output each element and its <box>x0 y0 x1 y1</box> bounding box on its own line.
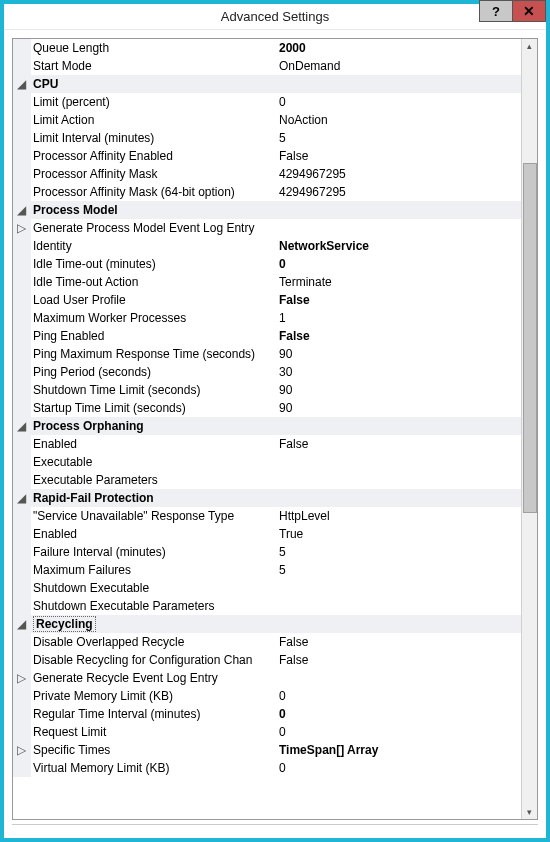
property-row[interactable]: Disable Recycling for Configuration Chan… <box>13 651 521 669</box>
property-value[interactable] <box>277 453 521 471</box>
property-row[interactable]: Processor Affinity EnabledFalse <box>13 147 521 165</box>
property-row[interactable]: Limit ActionNoAction <box>13 111 521 129</box>
property-value[interactable]: 4294967295 <box>277 165 521 183</box>
property-row[interactable]: Processor Affinity Mask (64-bit option)4… <box>13 183 521 201</box>
property-value[interactable]: False <box>277 633 521 651</box>
property-value[interactable] <box>277 219 521 237</box>
property-value[interactable] <box>277 579 521 597</box>
property-value[interactable]: 0 <box>277 759 521 777</box>
property-row[interactable]: Idle Time-out ActionTerminate <box>13 273 521 291</box>
property-row[interactable]: Start ModeOnDemand <box>13 57 521 75</box>
property-value[interactable]: 0 <box>277 705 521 723</box>
property-value[interactable]: 5 <box>277 543 521 561</box>
property-value[interactable]: 90 <box>277 345 521 363</box>
property-value[interactable]: Terminate <box>277 273 521 291</box>
property-value[interactable]: 90 <box>277 381 521 399</box>
expand-toggle-icon[interactable]: ◢ <box>13 201 31 219</box>
property-value[interactable]: 2000 <box>277 39 521 57</box>
property-row[interactable]: Executable Parameters <box>13 471 521 489</box>
category-row[interactable]: ◢Process Model <box>13 201 521 219</box>
expand-toggle-icon[interactable]: ▷ <box>13 669 31 687</box>
expand-toggle-icon[interactable]: ◢ <box>13 75 31 93</box>
property-value[interactable]: OnDemand <box>277 57 521 75</box>
property-row[interactable]: Shutdown Executable <box>13 579 521 597</box>
category-row[interactable]: ◢CPU <box>13 75 521 93</box>
expand-toggle-icon[interactable]: ▷ <box>13 741 31 759</box>
property-value[interactable]: TimeSpan[] Array <box>277 741 521 759</box>
property-row[interactable]: Shutdown Time Limit (seconds)90 <box>13 381 521 399</box>
property-value[interactable]: 5 <box>277 561 521 579</box>
property-row[interactable]: Failure Interval (minutes)5 <box>13 543 521 561</box>
scroll-down-arrow-icon[interactable]: ▾ <box>523 805 537 819</box>
property-value[interactable] <box>277 471 521 489</box>
property-value[interactable]: False <box>277 147 521 165</box>
property-value[interactable]: NetworkService <box>277 237 521 255</box>
property-row[interactable]: "Service Unavailable" Response TypeHttpL… <box>13 507 521 525</box>
property-label: Startup Time Limit (seconds) <box>31 399 277 417</box>
property-value[interactable]: 1 <box>277 309 521 327</box>
property-value[interactable]: NoAction <box>277 111 521 129</box>
toggle-spacer <box>13 723 31 741</box>
category-row[interactable]: ◢Rapid-Fail Protection <box>13 489 521 507</box>
property-row[interactable]: Queue Length2000 <box>13 39 521 57</box>
property-row[interactable]: Virtual Memory Limit (KB)0 <box>13 759 521 777</box>
property-row[interactable]: Maximum Failures5 <box>13 561 521 579</box>
property-value[interactable]: 0 <box>277 255 521 273</box>
property-value[interactable] <box>277 597 521 615</box>
property-row[interactable]: Request Limit0 <box>13 723 521 741</box>
property-row[interactable]: Limit (percent)0 <box>13 93 521 111</box>
property-value <box>277 615 521 633</box>
property-value[interactable]: 90 <box>277 399 521 417</box>
property-value[interactable]: 5 <box>277 129 521 147</box>
property-value[interactable]: True <box>277 525 521 543</box>
property-value[interactable]: False <box>277 651 521 669</box>
property-value[interactable]: 4294967295 <box>277 183 521 201</box>
category-row[interactable]: ◢Process Orphaning <box>13 417 521 435</box>
property-row[interactable]: Maximum Worker Processes1 <box>13 309 521 327</box>
property-row[interactable]: Executable <box>13 453 521 471</box>
expand-toggle-icon[interactable]: ◢ <box>13 489 31 507</box>
property-row[interactable]: ▷Specific TimesTimeSpan[] Array <box>13 741 521 759</box>
property-label: Limit Interval (minutes) <box>31 129 277 147</box>
property-row[interactable]: Ping EnabledFalse <box>13 327 521 345</box>
vertical-scrollbar[interactable]: ▴ ▾ <box>521 39 537 819</box>
property-value[interactable]: 0 <box>277 723 521 741</box>
expand-toggle-icon[interactable]: ▷ <box>13 219 31 237</box>
property-row[interactable]: Startup Time Limit (seconds)90 <box>13 399 521 417</box>
property-row[interactable]: Regular Time Interval (minutes)0 <box>13 705 521 723</box>
property-row[interactable]: Processor Affinity Mask4294967295 <box>13 165 521 183</box>
property-row[interactable]: Ping Maximum Response Time (seconds)90 <box>13 345 521 363</box>
property-row[interactable]: EnabledFalse <box>13 435 521 453</box>
scroll-thumb[interactable] <box>523 163 537 513</box>
property-value[interactable]: 0 <box>277 93 521 111</box>
property-row[interactable]: Ping Period (seconds)30 <box>13 363 521 381</box>
property-value[interactable]: False <box>277 291 521 309</box>
property-value[interactable] <box>277 669 521 687</box>
property-row[interactable]: Limit Interval (minutes)5 <box>13 129 521 147</box>
property-value[interactable]: False <box>277 435 521 453</box>
toggle-spacer <box>13 255 31 273</box>
expand-toggle-icon[interactable]: ◢ <box>13 417 31 435</box>
property-value[interactable]: HttpLevel <box>277 507 521 525</box>
property-value[interactable]: False <box>277 327 521 345</box>
property-row[interactable]: ▷Generate Recycle Event Log Entry <box>13 669 521 687</box>
property-row[interactable]: Shutdown Executable Parameters <box>13 597 521 615</box>
scroll-track[interactable] <box>523 53 537 805</box>
property-row[interactable]: Private Memory Limit (KB)0 <box>13 687 521 705</box>
toggle-spacer <box>13 759 31 777</box>
expand-toggle-icon[interactable]: ◢ <box>13 615 31 633</box>
help-button[interactable]: ? <box>479 0 513 22</box>
property-row[interactable]: Idle Time-out (minutes)0 <box>13 255 521 273</box>
property-row[interactable]: IdentityNetworkService <box>13 237 521 255</box>
property-value[interactable]: 30 <box>277 363 521 381</box>
close-button[interactable]: ✕ <box>512 0 546 22</box>
property-row[interactable]: EnabledTrue <box>13 525 521 543</box>
property-value[interactable]: 0 <box>277 687 521 705</box>
scroll-up-arrow-icon[interactable]: ▴ <box>523 39 537 53</box>
property-row[interactable]: Load User ProfileFalse <box>13 291 521 309</box>
property-label: Idle Time-out (minutes) <box>31 255 277 273</box>
property-row[interactable]: Disable Overlapped RecycleFalse <box>13 633 521 651</box>
property-value <box>277 201 521 219</box>
property-row[interactable]: ▷Generate Process Model Event Log Entry <box>13 219 521 237</box>
category-row[interactable]: ◢Recycling <box>13 615 521 633</box>
